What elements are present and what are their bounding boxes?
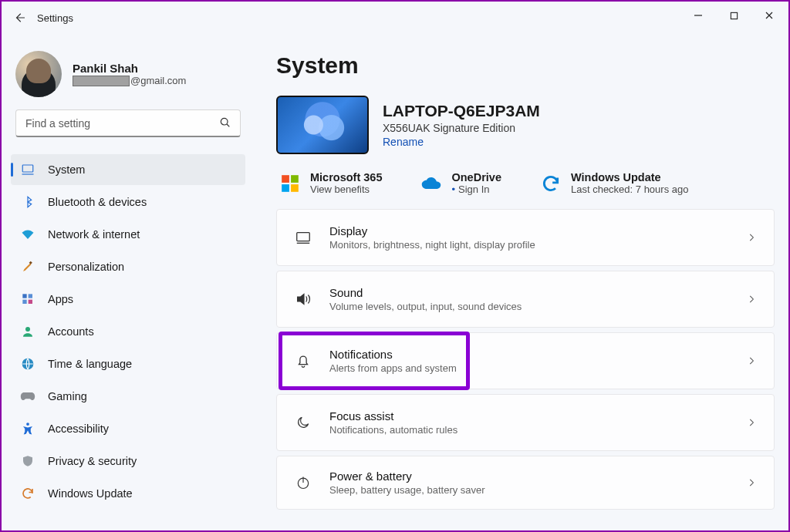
main: System LAPTOP-Q6EJP3AM X556UAK Signature…	[255, 34, 788, 530]
service-sub: •Sign In	[451, 184, 501, 195]
minimize-button[interactable]	[680, 3, 716, 28]
service-m365[interactable]: Microsoft 365 View benefits	[279, 171, 382, 195]
system-icon	[20, 162, 35, 177]
app-title: Settings	[37, 12, 73, 24]
svg-rect-7	[22, 294, 26, 298]
sidebar-item-apps[interactable]: Apps	[11, 284, 245, 315]
svg-rect-15	[291, 175, 299, 183]
titlebar: Settings	[2, 2, 788, 34]
card-sub: Alerts from apps and system	[329, 362, 457, 374]
svg-rect-9	[22, 300, 26, 304]
email-redacted	[73, 76, 130, 86]
sidebar-item-label: Windows Update	[48, 487, 133, 500]
sidebar-item-label: System	[48, 163, 85, 176]
user-card[interactable]: Pankil Shah @gmail.com	[11, 49, 245, 109]
close-button[interactable]	[751, 3, 787, 28]
maximize-button[interactable]	[716, 3, 751, 28]
sidebar-item-accounts[interactable]: Accounts	[11, 316, 245, 347]
shield-icon	[20, 453, 35, 469]
device-model: X556UAK Signature Edition	[383, 122, 540, 134]
nav: System Bluetooth & devices Network & int…	[11, 154, 245, 509]
bell-icon	[294, 352, 312, 369]
bluetooth-icon	[20, 194, 35, 210]
sidebar-item-windows-update[interactable]: Windows Update	[11, 478, 245, 509]
moon-icon	[294, 415, 312, 430]
card-title: Display	[329, 224, 535, 237]
sidebar-item-label: Apps	[48, 293, 73, 305]
setting-focus-assist[interactable]: Focus assist Notifications, automatic ru…	[276, 394, 775, 451]
user-email: @gmail.com	[73, 75, 186, 86]
setting-notifications[interactable]: Notifications Alerts from apps and syste…	[276, 332, 775, 389]
window-controls	[680, 3, 787, 28]
sidebar-item-time-language[interactable]: Time & language	[11, 348, 245, 379]
service-onedrive[interactable]: OneDrive •Sign In	[420, 171, 501, 195]
card-title: Power & battery	[329, 470, 485, 483]
svg-point-2	[221, 118, 228, 125]
settings-list: Display Monitors, brightness, night ligh…	[276, 209, 775, 510]
page-title: System	[276, 52, 775, 79]
sidebar-item-label: Accessibility	[48, 423, 109, 435]
card-title: Focus assist	[329, 409, 457, 423]
accessibility-icon	[20, 421, 35, 436]
service-title: Windows Update	[571, 171, 689, 184]
sidebar-item-label: Accounts	[48, 325, 94, 338]
sidebar-item-label: Network & internet	[48, 228, 140, 241]
svg-rect-14	[282, 175, 289, 183]
update-icon	[540, 173, 562, 194]
service-sub: Last checked: 7 hours ago	[571, 184, 689, 195]
sidebar-item-personalization[interactable]: Personalization	[11, 251, 245, 282]
sidebar-item-gaming[interactable]: Gaming	[11, 381, 245, 412]
display-icon	[294, 229, 312, 246]
person-icon	[20, 324, 35, 339]
chevron-right-icon	[746, 294, 757, 305]
search-input[interactable]	[15, 109, 241, 137]
setting-display[interactable]: Display Monitors, brightness, night ligh…	[276, 209, 775, 266]
sidebar-item-label: Personalization	[48, 261, 124, 273]
card-sub: Sleep, battery usage, battery saver	[329, 484, 485, 496]
sidebar: Pankil Shah @gmail.com System Bluetooth …	[2, 34, 255, 530]
setting-power-battery[interactable]: Power & battery Sleep, battery usage, ba…	[276, 456, 775, 510]
search-icon	[219, 116, 231, 129]
svg-rect-1	[731, 12, 737, 19]
chevron-right-icon	[746, 232, 757, 243]
onedrive-icon	[420, 173, 442, 194]
sidebar-item-bluetooth[interactable]: Bluetooth & devices	[11, 187, 245, 217]
svg-point-13	[26, 423, 29, 426]
svg-rect-4	[22, 165, 33, 172]
sidebar-item-privacy[interactable]: Privacy & security	[11, 446, 245, 476]
card-sub: Volume levels, output, input, sound devi…	[329, 301, 522, 312]
card-title: Notifications	[329, 348, 457, 361]
arrow-left-icon	[13, 11, 27, 25]
service-windows-update[interactable]: Windows Update Last checked: 7 hours ago	[540, 171, 689, 195]
chevron-right-icon	[746, 417, 757, 428]
service-sub: View benefits	[310, 184, 382, 195]
svg-rect-8	[29, 294, 32, 298]
globe-icon	[20, 356, 35, 372]
setting-sound[interactable]: Sound Volume levels, output, input, soun…	[276, 271, 775, 328]
rename-link[interactable]: Rename	[383, 136, 540, 148]
sidebar-item-accessibility[interactable]: Accessibility	[11, 413, 245, 444]
sidebar-item-label: Privacy & security	[48, 455, 137, 467]
user-name: Pankil Shah	[73, 62, 186, 75]
sidebar-item-system[interactable]: System	[11, 154, 245, 185]
update-icon	[20, 486, 35, 501]
sidebar-item-label: Gaming	[48, 390, 87, 402]
sidebar-item-label: Time & language	[48, 358, 132, 370]
svg-rect-18	[297, 233, 310, 241]
m365-icon	[279, 173, 301, 194]
svg-rect-10	[29, 300, 32, 304]
service-title: OneDrive	[451, 171, 501, 184]
card-sub: Notifications, automatic rules	[329, 424, 457, 436]
sound-icon	[294, 291, 312, 308]
sidebar-item-label: Bluetooth & devices	[48, 196, 147, 208]
power-icon	[294, 475, 312, 490]
apps-icon	[20, 291, 35, 307]
card-sub: Monitors, brightness, night light, displ…	[329, 239, 535, 251]
device-thumbnail	[276, 96, 369, 154]
services-row: Microsoft 365 View benefits OneDrive •Si…	[276, 171, 775, 195]
service-title: Microsoft 365	[310, 171, 382, 184]
sidebar-item-network[interactable]: Network & internet	[11, 219, 245, 250]
wifi-icon	[20, 227, 35, 242]
avatar	[15, 51, 62, 97]
back-button[interactable]	[6, 4, 34, 32]
